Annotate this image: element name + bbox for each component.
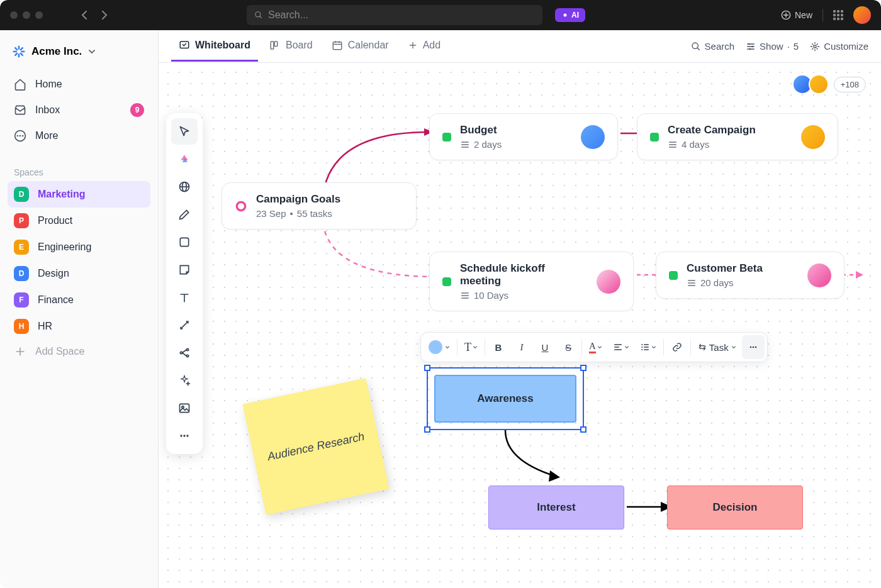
resize-handle-sw[interactable] <box>424 426 430 433</box>
italic-button[interactable]: I <box>510 335 533 359</box>
card-create-campaign[interactable]: Create Campaign 4 days <box>637 113 838 160</box>
add-view-button[interactable]: Add <box>400 31 448 62</box>
status-indicator <box>442 133 451 141</box>
tool-connector[interactable] <box>171 312 198 338</box>
link-icon <box>672 342 682 352</box>
space-badge: D <box>14 266 29 281</box>
assignee-avatar[interactable] <box>581 125 605 149</box>
text-format-toolbar: T B I U S A Task <box>420 332 768 362</box>
search-placeholder: Search... <box>268 9 308 21</box>
space-item-marketing[interactable]: D Marketing <box>8 181 150 208</box>
card-schedule-kickoff[interactable]: Schedule kickoff meeting 10 Days <box>429 252 634 311</box>
text-color-button[interactable]: A <box>584 335 607 359</box>
collaborator-overflow-count[interactable]: +108 <box>834 77 866 92</box>
fill-color-button[interactable] <box>424 335 455 359</box>
sidebar-item-label: Home <box>35 79 62 90</box>
bold-button[interactable]: B <box>487 335 510 359</box>
status-indicator <box>442 277 451 286</box>
toolbar-customize-button[interactable]: Customize <box>810 41 868 52</box>
font-size-button[interactable]: T <box>459 335 483 359</box>
tool-mindmap[interactable] <box>171 340 198 366</box>
tab-calendar[interactable]: Calendar <box>324 31 396 62</box>
tool-ai-shapes[interactable] <box>171 146 198 172</box>
tool-effects[interactable] <box>171 367 198 394</box>
tool-text[interactable] <box>171 284 198 311</box>
mindmap-icon <box>178 347 191 359</box>
underline-button[interactable]: U <box>534 335 556 359</box>
sticky-note[interactable]: Audience Research <box>242 378 389 515</box>
card-campaign-goals[interactable]: Campaign Goals 23 Sep • 55 tasks <box>222 182 417 230</box>
link-button[interactable] <box>666 335 688 359</box>
flow-node-awareness[interactable]: Awareness <box>434 375 576 423</box>
ai-button[interactable]: AI <box>555 8 585 22</box>
svg-rect-22 <box>180 404 189 412</box>
card-customer-beta[interactable]: Customer Beta 20 days <box>656 252 845 299</box>
card-budget[interactable]: Budget 2 days <box>429 113 618 160</box>
cursor-icon <box>178 125 191 138</box>
strikethrough-button[interactable]: S <box>557 335 580 359</box>
svg-rect-9 <box>274 42 278 47</box>
sidebar-item-label: Inbox <box>35 104 60 116</box>
flow-node-interest[interactable]: Interest <box>488 485 624 530</box>
whiteboard-canvas[interactable]: +108 <box>159 63 881 588</box>
traffic-light-close[interactable] <box>10 11 18 19</box>
traffic-lights <box>10 11 43 19</box>
toolbar-search-button[interactable]: Search <box>691 41 735 52</box>
resize-handle-ne[interactable] <box>580 365 586 371</box>
svg-point-31 <box>749 347 751 348</box>
space-item-design[interactable]: D Design <box>8 260 150 287</box>
new-button[interactable]: New <box>781 10 812 20</box>
space-item-finance[interactable]: F Finance <box>8 287 150 313</box>
more-options-button[interactable] <box>742 335 765 359</box>
tool-pen[interactable] <box>171 201 198 228</box>
resize-handle-se[interactable] <box>580 426 586 433</box>
workspace-switcher[interactable]: Acme Inc. <box>8 40 150 63</box>
add-space-button[interactable]: Add Space <box>8 340 150 363</box>
toolbar-show-button[interactable]: Show · 5 <box>746 41 799 52</box>
align-button[interactable] <box>608 335 634 359</box>
assignee-avatar[interactable] <box>807 263 831 287</box>
space-item-product[interactable]: P Product <box>8 208 150 234</box>
tab-whiteboard[interactable]: Whiteboard <box>171 31 258 62</box>
apps-grid-icon[interactable] <box>833 10 843 20</box>
flow-node-decision[interactable]: Decision <box>667 485 803 530</box>
text-icon <box>178 291 191 304</box>
tool-select[interactable] <box>171 118 198 145</box>
home-icon <box>14 78 26 91</box>
svg-point-21 <box>186 355 188 357</box>
list-icon <box>460 140 470 150</box>
user-avatar[interactable] <box>853 6 871 24</box>
nav-back-button[interactable] <box>76 6 93 24</box>
global-search-input[interactable]: Search... <box>247 5 542 25</box>
traffic-light-minimize[interactable] <box>23 11 30 19</box>
assignee-avatar[interactable] <box>801 125 825 149</box>
tool-sticky[interactable] <box>171 257 198 283</box>
assignee-avatar[interactable] <box>597 270 620 294</box>
resize-handle-nw[interactable] <box>424 365 430 371</box>
add-space-label: Add Space <box>35 346 84 357</box>
more-horizontal-icon <box>14 130 26 142</box>
space-badge: F <box>14 292 29 308</box>
space-item-engineering[interactable]: E Engineering <box>8 234 150 260</box>
list-button[interactable] <box>635 335 661 359</box>
sidebar-item-home[interactable]: Home <box>8 72 150 97</box>
space-label: Finance <box>38 294 74 306</box>
nav-forward-button[interactable] <box>96 6 113 24</box>
sidebar-item-inbox[interactable]: Inbox 9 <box>8 97 150 123</box>
tool-shape[interactable] <box>171 229 198 255</box>
traffic-light-maximize[interactable] <box>35 11 43 19</box>
spaces-heading: Spaces <box>8 161 150 181</box>
tool-image[interactable] <box>171 395 198 421</box>
tool-more[interactable] <box>171 423 198 449</box>
square-icon <box>178 236 191 248</box>
tab-board[interactable]: Board <box>262 31 320 62</box>
sidebar-item-more[interactable]: More <box>8 123 150 148</box>
chevron-down-icon <box>731 345 736 350</box>
board-icon <box>269 40 281 51</box>
tool-web[interactable] <box>171 174 198 200</box>
collaborator-avatar[interactable] <box>809 74 829 94</box>
pen-icon <box>178 208 191 221</box>
space-item-hr[interactable]: H HR <box>8 313 150 340</box>
convert-task-button[interactable]: Task <box>693 335 741 359</box>
svg-point-26 <box>186 435 188 436</box>
